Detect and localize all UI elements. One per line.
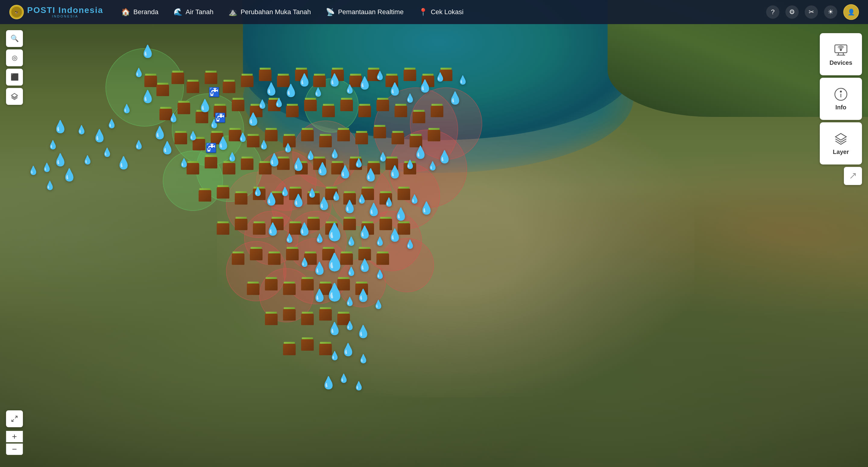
user-avatar[interactable]: 👤 <box>843 4 859 20</box>
logo-subtext: INDONESIA <box>52 14 79 18</box>
avatar-icon: 👤 <box>847 8 855 15</box>
realtime-icon: 📡 <box>326 8 335 16</box>
left-toolbar: 🔍 ◎ ⬛ <box>6 30 23 105</box>
square-icon: ⬛ <box>10 73 19 81</box>
lokasi-icon: 📍 <box>418 8 428 16</box>
fullscreen-button[interactable] <box>6 410 23 427</box>
zoom-controls: + − <box>6 410 23 455</box>
crosshair-icon: ◎ <box>12 54 18 62</box>
zoom-in-label: + <box>12 432 17 441</box>
navbar: 🦅 POSTI Indonesia INDONESIA 🏠 Beranda 🌊 … <box>0 0 868 24</box>
search-icon: 🔍 <box>10 35 19 42</box>
expand-button[interactable] <box>844 167 862 185</box>
search-tool-button[interactable]: 🔍 <box>6 30 23 47</box>
zoom-out-label: − <box>12 444 17 454</box>
nav-items: 🏠 Beranda 🌊 Air Tanah ⛰️ Perubahan Muka … <box>115 5 766 19</box>
nav-cek-lokasi[interactable]: 📍 Cek Lokasi <box>412 5 470 19</box>
devices-button[interactable]: Devices <box>820 33 862 75</box>
logo-posti: POSTI Indonesia INDONESIA <box>27 6 103 18</box>
svg-point-13 <box>840 91 841 92</box>
zoom-out-button[interactable]: − <box>6 443 23 455</box>
layer-button[interactable]: Layer <box>820 122 862 164</box>
svg-text:🦅: 🦅 <box>15 10 19 14</box>
nav-right: ? ⚙ ✂ ☀ 👤 <box>766 4 859 20</box>
layer-icon <box>834 132 848 146</box>
settings-icon: ⚙ <box>789 8 795 16</box>
brightness-icon: ☀ <box>828 8 834 16</box>
scissor-button[interactable]: ✂ <box>805 5 818 19</box>
layer-label: Layer <box>833 149 849 155</box>
scissor-icon: ✂ <box>809 8 814 16</box>
devices-icon <box>834 42 848 57</box>
help-icon: ? <box>771 8 775 16</box>
fullscreen-icon <box>11 415 18 423</box>
settings-button[interactable]: ⚙ <box>785 5 799 19</box>
logo-area: 🦅 POSTI Indonesia INDONESIA <box>9 4 103 20</box>
expand-icon <box>849 172 857 180</box>
nav-beranda[interactable]: 🏠 Beranda <box>115 5 164 19</box>
svg-line-4 <box>15 416 17 418</box>
devices-label: Devices <box>830 59 852 66</box>
map-container[interactable]: 💧 💧 💧 💧 💧 💧 💧 💧 💧 💧 💧 💧 💧 💧 💧 💧 💧 💧 💧 💧 … <box>0 0 868 467</box>
air-tanah-icon: 🌊 <box>174 8 183 16</box>
map-view-button[interactable]: ⬛ <box>6 69 23 86</box>
right-toolbar: Devices Info Layer <box>820 33 862 185</box>
air-tanah-label: Air Tanah <box>186 8 214 16</box>
realtime-label: Pemantauan Realtime <box>338 8 404 16</box>
nav-pemantauan-realtime[interactable]: 📡 Pemantauan Realtime <box>320 5 410 19</box>
layers-button[interactable] <box>6 88 23 105</box>
beranda-label: Beranda <box>133 8 158 16</box>
beranda-icon: 🏠 <box>121 8 130 16</box>
svg-line-5 <box>12 419 14 422</box>
info-button[interactable]: Info <box>820 78 862 120</box>
svg-point-10 <box>840 50 841 51</box>
svg-marker-14 <box>835 133 846 140</box>
info-icon <box>834 87 848 101</box>
location-tool-button[interactable]: ◎ <box>6 50 23 66</box>
posti-emblem: 🦅 <box>9 4 24 20</box>
logo-text: POSTI Indonesia <box>27 6 103 14</box>
help-button[interactable]: ? <box>766 5 779 19</box>
info-label: Info <box>835 104 846 111</box>
lokasi-label: Cek Lokasi <box>431 8 464 16</box>
perubahan-icon: ⛰️ <box>228 8 238 16</box>
nav-perubahan-muka-tanah[interactable]: ⛰️ Perubahan Muka Tanah <box>222 5 317 19</box>
brightness-button[interactable]: ☀ <box>824 5 837 19</box>
nav-air-tanah[interactable]: 🌊 Air Tanah <box>167 5 220 19</box>
zoom-in-button[interactable]: + <box>6 431 23 442</box>
perubahan-label: Perubahan Muka Tanah <box>241 8 311 16</box>
svg-line-15 <box>850 174 855 178</box>
layers-icon <box>11 93 18 100</box>
